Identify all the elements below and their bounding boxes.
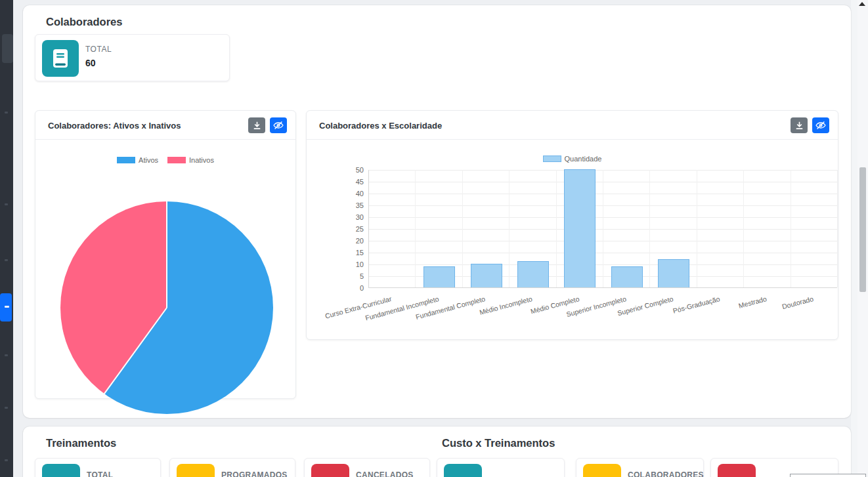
gridline	[791, 170, 791, 287]
download-button[interactable]	[791, 117, 808, 133]
sidebar-item-mark	[5, 407, 8, 409]
x-axis-tick-label: Mestrado	[738, 295, 768, 310]
legend-item[interactable]: Ativos	[117, 156, 158, 164]
bar-chart[interactable]: 05101520253035404550Curso Extra-Curricul…	[368, 170, 837, 288]
colaboradores-section: Colaboradores TOTAL 60 Colaboradores: At…	[23, 5, 851, 418]
sidebar-active-mark	[5, 306, 9, 308]
gridline	[556, 170, 557, 287]
kpi-value: 60	[85, 58, 96, 68]
book-icon	[42, 40, 79, 77]
gridline	[837, 170, 838, 287]
pie-chart[interactable]	[60, 201, 273, 414]
pie-slice-divider	[104, 307, 167, 394]
bar-Médio Incompleto[interactable]	[517, 261, 549, 287]
treinamentos-programados-card: PROGRAMADOS	[169, 458, 295, 477]
gridline	[415, 170, 416, 287]
y-axis-tick-label: 50	[339, 166, 364, 174]
legend-label: Inativos	[189, 156, 214, 164]
treinamentos-total-card: TOTAL	[35, 458, 161, 477]
legend-item[interactable]: Inativos	[167, 156, 214, 164]
kpi-icon	[311, 464, 349, 477]
kpi-label: TOTAL	[85, 45, 112, 54]
sidebar	[0, 0, 13, 477]
x-axis-tick-label: Pós-Graduação	[672, 295, 720, 315]
kpi-label: CANCELADOS	[356, 470, 414, 477]
bar-Fundamental Completo[interactable]	[471, 264, 502, 287]
vertical-scrollbar[interactable]	[857, 0, 868, 477]
bar-card-header: Colaboradores x Escolaridade	[307, 111, 838, 140]
kpi-label: TOTAL	[87, 470, 113, 477]
legend-item[interactable]: Quantidade	[543, 155, 602, 163]
bottom-right-widget[interactable]	[790, 474, 866, 477]
bar-Fundamental Incompleto[interactable]	[423, 266, 455, 287]
y-axis-tick-label: 30	[339, 213, 364, 221]
custo-card-1	[437, 458, 565, 477]
kpi-icon	[42, 464, 80, 477]
legend-label: Quantidade	[565, 155, 602, 163]
gridline	[603, 170, 603, 287]
total-colaboradores-card: TOTAL 60	[35, 34, 230, 81]
bar-Superior Completo[interactable]	[658, 259, 689, 287]
section-title-custo-treinamentos: Custo x Treinamentos	[442, 437, 555, 449]
scroll-up-arrow-icon[interactable]	[859, 2, 865, 6]
x-axis-tick-label: Médio Incompleto	[479, 295, 533, 316]
eye-slash-icon	[815, 121, 826, 130]
section-title-treinamentos: Treinamentos	[46, 437, 116, 449]
kpi-label: PROGRAMADOS	[221, 470, 288, 477]
legend-label: Ativos	[139, 156, 158, 164]
bar-card-title: Colaboradores x Escolaridade	[319, 121, 442, 131]
x-axis-tick-label: Doutorado	[781, 295, 814, 310]
pie-chart-card: Colaboradores: Ativos x Inativos	[35, 110, 296, 399]
custo-colaboradores-card: COLABORADORES	[576, 458, 704, 477]
bar-Superior Incompleto[interactable]	[611, 266, 643, 287]
y-axis-tick-label: 20	[339, 237, 364, 245]
pie-legend: AtivosInativos	[35, 156, 295, 164]
dashboard-page: { "colors": { "accent_blue": "#0d6efd", …	[0, 0, 868, 477]
pie-card-body: AtivosInativos	[35, 140, 295, 398]
legend-swatch	[167, 157, 186, 163]
y-axis-tick-label: 10	[339, 260, 364, 268]
kpi-icon	[444, 464, 482, 477]
download-icon	[253, 121, 261, 130]
bar-legend: Quantidade	[307, 155, 838, 163]
treinamentos-cancelados-card: CANCELADOS	[304, 458, 430, 477]
kpi-label: COLABORADORES	[628, 470, 704, 477]
section-title-colaboradores: Colaboradores	[46, 16, 122, 28]
legend-swatch	[117, 157, 135, 163]
hide-chart-button[interactable]	[270, 117, 287, 133]
download-button[interactable]	[248, 117, 265, 133]
y-axis-tick-label: 40	[339, 190, 364, 197]
y-axis-tick-label: 5	[339, 272, 364, 280]
bar-chart-card: Colaboradores x Escolaridade	[306, 110, 838, 340]
sidebar-item-mark	[5, 354, 8, 356]
pie-card-header: Colaboradores: Ativos x Inativos	[35, 111, 295, 140]
y-axis-tick-label: 35	[339, 201, 364, 209]
legend-swatch	[543, 156, 561, 162]
gridline	[462, 170, 463, 287]
gridline	[509, 170, 510, 287]
y-axis-tick-label: 15	[339, 249, 364, 257]
kpi-icon	[583, 464, 621, 477]
gridline	[697, 170, 697, 287]
y-axis-tick-label: 0	[339, 284, 364, 292]
kpi-icon	[177, 464, 215, 477]
pie-card-title: Colaboradores: Ativos x Inativos	[48, 121, 181, 131]
kpi-icon	[718, 464, 756, 477]
pie-slice-divider	[166, 201, 167, 308]
hide-chart-button[interactable]	[812, 117, 829, 133]
sidebar-item[interactable]	[2, 34, 13, 63]
treinamentos-section: Treinamentos Custo x Treinamentos TOTAL …	[23, 426, 851, 477]
sidebar-item-active[interactable]	[0, 293, 12, 321]
bar-card-body: Quantidade 05101520253035404550Curso Ext…	[307, 140, 838, 339]
download-icon	[795, 121, 804, 130]
y-axis-tick-label: 25	[339, 225, 364, 233]
sidebar-item-mark	[5, 112, 8, 114]
gridline	[649, 170, 650, 287]
gridline	[743, 170, 744, 287]
bar-Médio Completo[interactable]	[564, 169, 596, 287]
y-axis-tick-label: 45	[339, 178, 364, 186]
sidebar-item-mark	[5, 459, 8, 461]
scrollbar-thumb[interactable]	[859, 167, 866, 292]
sidebar-item-mark	[5, 259, 8, 261]
eye-slash-icon	[273, 121, 284, 130]
